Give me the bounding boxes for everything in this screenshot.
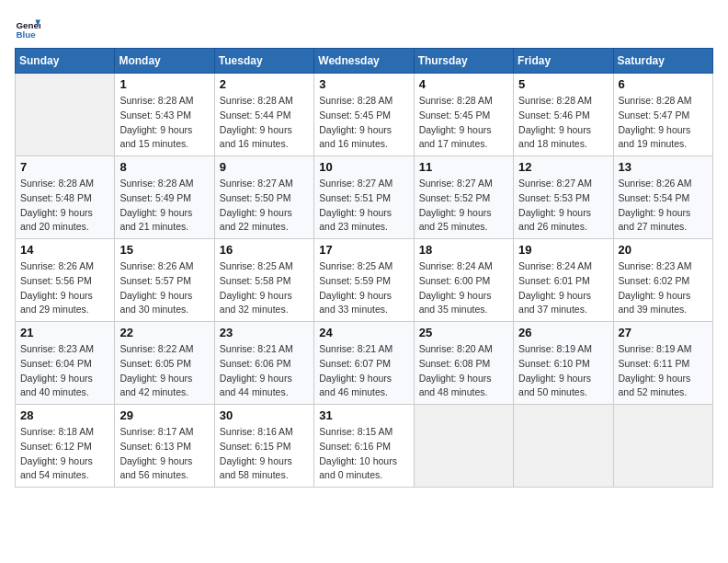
day-number: 3 <box>319 77 408 91</box>
header: General Blue <box>15 15 713 40</box>
day-info: Sunrise: 8:23 AMSunset: 6:04 PMDaylight:… <box>20 342 109 400</box>
day-info: Sunrise: 8:24 AMSunset: 6:00 PMDaylight:… <box>419 259 508 317</box>
day-cell: 9Sunrise: 8:27 AMSunset: 5:50 PMDaylight… <box>214 156 313 239</box>
day-info: Sunrise: 8:28 AMSunset: 5:48 PMDaylight:… <box>20 177 109 235</box>
day-cell: 16Sunrise: 8:25 AMSunset: 5:58 PMDayligh… <box>214 239 313 322</box>
day-number: 17 <box>319 243 408 257</box>
day-info: Sunrise: 8:27 AMSunset: 5:52 PMDaylight:… <box>419 177 508 235</box>
day-cell: 25Sunrise: 8:20 AMSunset: 6:08 PMDayligh… <box>414 322 513 405</box>
day-cell: 17Sunrise: 8:25 AMSunset: 5:59 PMDayligh… <box>314 239 414 322</box>
day-cell <box>414 405 513 488</box>
day-cell: 27Sunrise: 8:19 AMSunset: 6:11 PMDayligh… <box>613 322 712 405</box>
day-cell: 21Sunrise: 8:23 AMSunset: 6:04 PMDayligh… <box>16 322 115 405</box>
day-cell: 26Sunrise: 8:19 AMSunset: 6:10 PMDayligh… <box>514 322 613 405</box>
day-cell: 7Sunrise: 8:28 AMSunset: 5:48 PMDaylight… <box>16 156 115 239</box>
day-cell: 23Sunrise: 8:21 AMSunset: 6:06 PMDayligh… <box>214 322 313 405</box>
svg-text:Blue: Blue <box>16 29 36 40</box>
day-info: Sunrise: 8:26 AMSunset: 5:54 PMDaylight:… <box>619 177 708 235</box>
day-number: 11 <box>419 160 508 174</box>
logo-icon: General Blue <box>15 15 40 40</box>
day-number: 25 <box>419 326 508 339</box>
day-info: Sunrise: 8:21 AMSunset: 6:07 PMDaylight:… <box>319 342 408 400</box>
day-info: Sunrise: 8:27 AMSunset: 5:53 PMDaylight:… <box>518 177 608 235</box>
day-cell <box>16 74 115 156</box>
day-number: 24 <box>319 326 408 339</box>
day-info: Sunrise: 8:16 AMSunset: 6:15 PMDaylight:… <box>220 425 309 483</box>
col-header-wednesday: Wednesday <box>314 49 414 74</box>
day-info: Sunrise: 8:22 AMSunset: 6:05 PMDaylight:… <box>119 342 209 400</box>
day-info: Sunrise: 8:15 AMSunset: 6:16 PMDaylight:… <box>319 425 408 483</box>
day-cell: 28Sunrise: 8:18 AMSunset: 6:12 PMDayligh… <box>16 405 115 488</box>
day-info: Sunrise: 8:21 AMSunset: 6:06 PMDaylight:… <box>220 342 309 400</box>
day-number: 19 <box>518 243 608 257</box>
col-header-tuesday: Tuesday <box>214 49 313 74</box>
day-number: 5 <box>518 77 608 91</box>
col-header-sunday: Sunday <box>16 49 115 74</box>
week-row-4: 21Sunrise: 8:23 AMSunset: 6:04 PMDayligh… <box>16 322 713 405</box>
day-number: 23 <box>220 326 309 339</box>
day-cell: 2Sunrise: 8:28 AMSunset: 5:44 PMDaylight… <box>214 74 313 156</box>
day-cell: 13Sunrise: 8:26 AMSunset: 5:54 PMDayligh… <box>613 156 712 239</box>
day-cell <box>613 405 712 488</box>
week-row-5: 28Sunrise: 8:18 AMSunset: 6:12 PMDayligh… <box>16 405 713 488</box>
col-header-friday: Friday <box>514 49 613 74</box>
col-header-monday: Monday <box>115 49 214 74</box>
day-info: Sunrise: 8:20 AMSunset: 6:08 PMDaylight:… <box>419 342 508 400</box>
week-row-2: 7Sunrise: 8:28 AMSunset: 5:48 PMDaylight… <box>16 156 713 239</box>
day-cell: 1Sunrise: 8:28 AMSunset: 5:43 PMDaylight… <box>115 74 214 156</box>
day-info: Sunrise: 8:28 AMSunset: 5:45 PMDaylight:… <box>419 94 508 152</box>
day-cell: 10Sunrise: 8:27 AMSunset: 5:51 PMDayligh… <box>314 156 414 239</box>
day-info: Sunrise: 8:27 AMSunset: 5:51 PMDaylight:… <box>319 177 408 235</box>
day-number: 26 <box>518 326 608 339</box>
day-info: Sunrise: 8:23 AMSunset: 6:02 PMDaylight:… <box>619 259 708 317</box>
day-number: 21 <box>20 326 109 339</box>
day-cell: 24Sunrise: 8:21 AMSunset: 6:07 PMDayligh… <box>314 322 414 405</box>
day-info: Sunrise: 8:28 AMSunset: 5:47 PMDaylight:… <box>619 94 708 152</box>
day-info: Sunrise: 8:26 AMSunset: 5:56 PMDaylight:… <box>20 259 109 317</box>
day-number: 6 <box>619 77 708 91</box>
day-cell: 20Sunrise: 8:23 AMSunset: 6:02 PMDayligh… <box>613 239 712 322</box>
day-number: 13 <box>619 160 708 174</box>
day-number: 2 <box>220 77 309 91</box>
day-cell: 3Sunrise: 8:28 AMSunset: 5:45 PMDaylight… <box>314 74 414 156</box>
day-info: Sunrise: 8:19 AMSunset: 6:11 PMDaylight:… <box>619 342 708 400</box>
col-header-saturday: Saturday <box>613 49 712 74</box>
day-number: 31 <box>319 408 408 422</box>
day-number: 18 <box>419 243 508 257</box>
day-cell: 15Sunrise: 8:26 AMSunset: 5:57 PMDayligh… <box>115 239 214 322</box>
header-row: SundayMondayTuesdayWednesdayThursdayFrid… <box>16 49 713 74</box>
day-info: Sunrise: 8:26 AMSunset: 5:57 PMDaylight:… <box>119 259 209 317</box>
day-info: Sunrise: 8:25 AMSunset: 5:59 PMDaylight:… <box>319 259 408 317</box>
day-number: 14 <box>20 243 109 257</box>
day-cell <box>514 405 613 488</box>
day-number: 8 <box>119 160 209 174</box>
day-number: 28 <box>20 408 109 422</box>
day-cell: 5Sunrise: 8:28 AMSunset: 5:46 PMDaylight… <box>514 74 613 156</box>
day-number: 4 <box>419 77 508 91</box>
day-cell: 14Sunrise: 8:26 AMSunset: 5:56 PMDayligh… <box>16 239 115 322</box>
day-info: Sunrise: 8:25 AMSunset: 5:58 PMDaylight:… <box>220 259 309 317</box>
day-number: 7 <box>20 160 109 174</box>
day-cell: 18Sunrise: 8:24 AMSunset: 6:00 PMDayligh… <box>414 239 513 322</box>
day-number: 10 <box>319 160 408 174</box>
day-info: Sunrise: 8:28 AMSunset: 5:43 PMDaylight:… <box>119 94 209 152</box>
day-cell: 11Sunrise: 8:27 AMSunset: 5:52 PMDayligh… <box>414 156 513 239</box>
day-info: Sunrise: 8:28 AMSunset: 5:46 PMDaylight:… <box>518 94 608 152</box>
day-cell: 4Sunrise: 8:28 AMSunset: 5:45 PMDaylight… <box>414 74 513 156</box>
day-cell: 31Sunrise: 8:15 AMSunset: 6:16 PMDayligh… <box>314 405 414 488</box>
day-cell: 30Sunrise: 8:16 AMSunset: 6:15 PMDayligh… <box>214 405 313 488</box>
logo: General Blue <box>15 15 44 40</box>
day-cell: 8Sunrise: 8:28 AMSunset: 5:49 PMDaylight… <box>115 156 214 239</box>
day-cell: 22Sunrise: 8:22 AMSunset: 6:05 PMDayligh… <box>115 322 214 405</box>
day-number: 29 <box>119 408 209 422</box>
calendar-table: SundayMondayTuesdayWednesdayThursdayFrid… <box>15 48 713 488</box>
col-header-thursday: Thursday <box>414 49 513 74</box>
day-info: Sunrise: 8:28 AMSunset: 5:44 PMDaylight:… <box>220 94 309 152</box>
day-number: 22 <box>119 326 209 339</box>
week-row-3: 14Sunrise: 8:26 AMSunset: 5:56 PMDayligh… <box>16 239 713 322</box>
day-info: Sunrise: 8:28 AMSunset: 5:45 PMDaylight:… <box>319 94 408 152</box>
day-number: 20 <box>619 243 708 257</box>
day-number: 16 <box>220 243 309 257</box>
day-cell: 29Sunrise: 8:17 AMSunset: 6:13 PMDayligh… <box>115 405 214 488</box>
day-number: 30 <box>220 408 309 422</box>
